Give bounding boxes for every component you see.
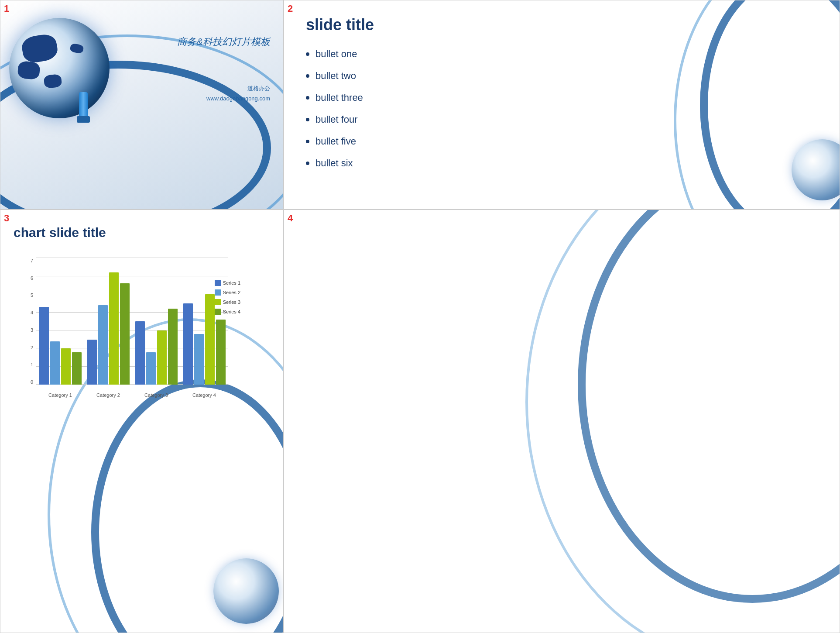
ylabel-2: 2	[27, 345, 33, 350]
ylabel-5: 5	[27, 292, 33, 298]
chart-xaxis: Category 1 Category 2 Category 3 Categor…	[36, 392, 228, 398]
chart-legend: Series 1 Series 2 Series 3 Series 4	[215, 280, 240, 315]
xlabel-cat3: Category 3	[144, 392, 168, 398]
bar-c3-s4	[168, 309, 178, 385]
bar-c1-s1	[39, 307, 49, 385]
bullet-dot-2	[306, 74, 309, 78]
bullet-text-1: bullet one	[315, 48, 357, 60]
bullet-text-6: bullet six	[315, 158, 353, 169]
slide4-arc2	[525, 210, 840, 633]
legend-series4: Series 4	[215, 309, 240, 315]
slide3-globe-mini	[213, 558, 279, 624]
legend-color-s4	[215, 309, 221, 315]
bullet-item-5: bullet five	[306, 136, 363, 147]
slide-1: 商务&科技幻灯片模板 道格办公 www.daogebangong.com 1	[0, 0, 284, 210]
bullet-dot-6	[306, 162, 309, 165]
ylabel-1: 1	[27, 362, 33, 367]
bullet-text-5: bullet five	[315, 136, 356, 147]
bar-c1-s2	[50, 341, 60, 385]
legend-series2: Series 2	[215, 289, 240, 296]
ylabel-6: 6	[27, 275, 33, 281]
bar-c1-s4	[72, 352, 82, 385]
slide1-title-text: 商务&科技幻灯片模板	[177, 36, 270, 47]
xlabel-cat4: Category 4	[192, 392, 216, 398]
globe-plug	[77, 116, 90, 123]
bar-c3-s2	[146, 352, 156, 385]
legend-label-s1: Series 1	[223, 280, 240, 286]
bullet-text-2: bullet two	[315, 70, 356, 82]
slide-number-2: 2	[288, 3, 293, 14]
chart-yaxis: 0 1 2 3 4 5 6 7	[27, 258, 35, 385]
slide3-title: chart slide title	[14, 225, 106, 240]
bar-c4-s3	[205, 294, 215, 385]
legend-series3: Series 3	[215, 299, 240, 305]
xlabel-cat2: Category 2	[96, 392, 120, 398]
slide-4: 4	[284, 210, 840, 633]
slide1-website: www.daogebangong.com	[206, 93, 270, 103]
bullet-dot-4	[306, 118, 309, 121]
chart-area: 0 1 2 3 4 5 6 7	[27, 258, 240, 398]
bullet-item-3: bullet three	[306, 92, 363, 103]
ylabel-7: 7	[27, 258, 33, 263]
bullet-item-1: bullet one	[306, 48, 363, 60]
legend-label-s3: Series 3	[223, 299, 240, 305]
globe-cable	[79, 92, 88, 118]
bar-c4-s2	[194, 334, 204, 385]
slide1-title: 商务&科技幻灯片模板	[177, 35, 270, 48]
bar-c2-s1	[87, 340, 97, 385]
bar-c3-s1	[135, 321, 145, 385]
bar-c4-s4	[216, 320, 226, 385]
slide-3: 3 chart slide title 0 1 2 3 4 5 6 7	[0, 210, 284, 633]
bullet-dot-3	[306, 96, 309, 100]
slide-number-3: 3	[4, 213, 9, 224]
bullet-dot-5	[306, 140, 309, 143]
slide-2: 2 slide title bullet one bullet two bull…	[284, 0, 840, 210]
slide-number-4: 4	[288, 213, 293, 224]
slide2-bullet-list: bullet one bullet two bullet three bulle…	[306, 48, 363, 179]
bar-c1-s3	[61, 348, 71, 385]
bar-c4-s1	[183, 303, 193, 385]
bar-c2-s4	[120, 283, 130, 385]
category-group-2	[87, 272, 130, 385]
legend-color-s1	[215, 280, 221, 286]
legend-series1: Series 1	[215, 280, 240, 286]
chart-container: 0 1 2 3 4 5 6 7	[9, 254, 254, 420]
bar-c2-s3	[109, 272, 119, 385]
slide-grid: 商务&科技幻灯片模板 道格办公 www.daogebangong.com 1 2…	[0, 0, 840, 633]
legend-color-s3	[215, 299, 221, 305]
bullet-text-3: bullet three	[315, 92, 363, 103]
bullet-item-6: bullet six	[306, 158, 363, 169]
ylabel-4: 4	[27, 310, 33, 315]
slide2-title: slide title	[306, 16, 374, 34]
slide1-company: 道格办公	[206, 83, 270, 93]
category-group-1	[39, 307, 82, 385]
ylabel-3: 3	[27, 327, 33, 333]
bullet-item-2: bullet two	[306, 70, 363, 82]
ylabel-0: 0	[27, 379, 33, 385]
category-group-3	[135, 309, 178, 385]
bar-c3-s3	[157, 330, 167, 385]
legend-label-s2: Series 2	[223, 290, 240, 295]
slide1-subtitle: 道格办公 www.daogebangong.com	[206, 83, 270, 104]
slide1-globe	[9, 18, 123, 131]
bars-group	[36, 258, 228, 385]
bullet-dot-1	[306, 52, 309, 56]
xlabel-cat1: Category 1	[48, 392, 72, 398]
legend-color-s2	[215, 289, 221, 296]
bar-c2-s2	[98, 305, 108, 385]
bullet-text-4: bullet four	[315, 114, 358, 125]
bullet-item-4: bullet four	[306, 114, 363, 125]
legend-label-s4: Series 4	[223, 309, 240, 314]
globe-sphere	[9, 18, 110, 118]
slide-number-1: 1	[4, 3, 9, 14]
